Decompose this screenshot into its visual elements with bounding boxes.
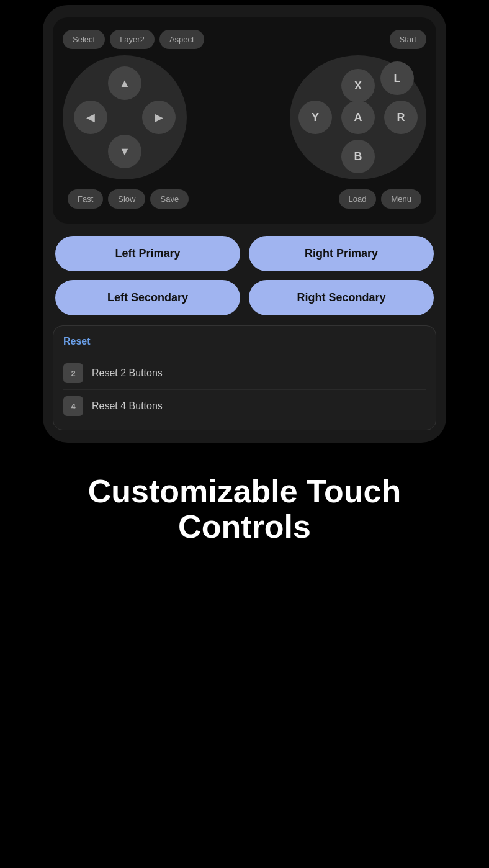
phone-mockup: Select Layer2 Aspect Start ▲ ▼ ◀ ▶ X (43, 5, 446, 443)
reset-2-buttons-item[interactable]: 2 Reset 2 Buttons (63, 357, 426, 389)
dpad-left-button[interactable]: ◀ (74, 101, 107, 134)
dpad-face-row: ▲ ▼ ◀ ▶ X L Y A R B (63, 55, 426, 179)
load-button[interactable]: Load (339, 189, 377, 209)
reset-4-buttons-item[interactable]: 4 Reset 4 Buttons (63, 389, 426, 422)
reset-4-label: Reset 4 Buttons (92, 400, 163, 412)
dpad-right-button[interactable]: ▶ (142, 101, 176, 134)
face-b-button[interactable]: B (341, 140, 375, 173)
reset-2-icon: 2 (63, 363, 83, 383)
face-buttons-container: X L Y A R B (290, 55, 426, 179)
left-secondary-button[interactable]: Left Secondary (55, 280, 240, 315)
tagline-text: Customizable Touch Controls (0, 443, 489, 582)
reset-4-icon: 4 (63, 396, 83, 416)
reset-section: Reset 2 Reset 2 Buttons 4 Reset 4 Button… (53, 325, 436, 430)
right-primary-button[interactable]: Right Primary (249, 236, 434, 271)
select-button[interactable]: Select (63, 30, 105, 49)
bottom-buttons-row: Fast Slow Save Load Menu (63, 189, 426, 209)
controller-area: Select Layer2 Aspect Start ▲ ▼ ◀ ▶ X (53, 17, 436, 224)
face-y-button[interactable]: Y (298, 101, 332, 134)
face-l-button[interactable]: L (380, 61, 414, 95)
face-a-button[interactable]: A (341, 101, 375, 134)
save-button[interactable]: Save (150, 189, 189, 209)
dpad-down-button[interactable]: ▼ (108, 135, 141, 168)
fast-button[interactable]: Fast (68, 189, 103, 209)
reset-2-label: Reset 2 Buttons (92, 368, 163, 379)
top-buttons-right: Start (390, 30, 426, 49)
left-primary-button[interactable]: Left Primary (55, 236, 240, 271)
face-r-button[interactable]: R (384, 101, 418, 134)
top-button-row: Select Layer2 Aspect Start (63, 30, 426, 49)
bottom-left-buttons: Fast Slow Save (68, 189, 189, 209)
start-button[interactable]: Start (390, 30, 426, 49)
dpad-up-button[interactable]: ▲ (108, 66, 141, 100)
dpad-container: ▲ ▼ ◀ ▶ (63, 55, 187, 179)
right-secondary-button[interactable]: Right Secondary (249, 280, 434, 315)
menu-button[interactable]: Menu (381, 189, 421, 209)
layer2-button[interactable]: Layer2 (110, 30, 155, 49)
action-buttons-grid: Left Primary Right Primary Left Secondar… (53, 236, 436, 315)
aspect-button[interactable]: Aspect (159, 30, 204, 49)
face-x-button[interactable]: X (341, 69, 375, 102)
reset-title: Reset (63, 336, 426, 347)
slow-button[interactable]: Slow (108, 189, 145, 209)
top-buttons-left: Select Layer2 Aspect (63, 30, 390, 49)
bottom-right-buttons: Load Menu (339, 189, 421, 209)
